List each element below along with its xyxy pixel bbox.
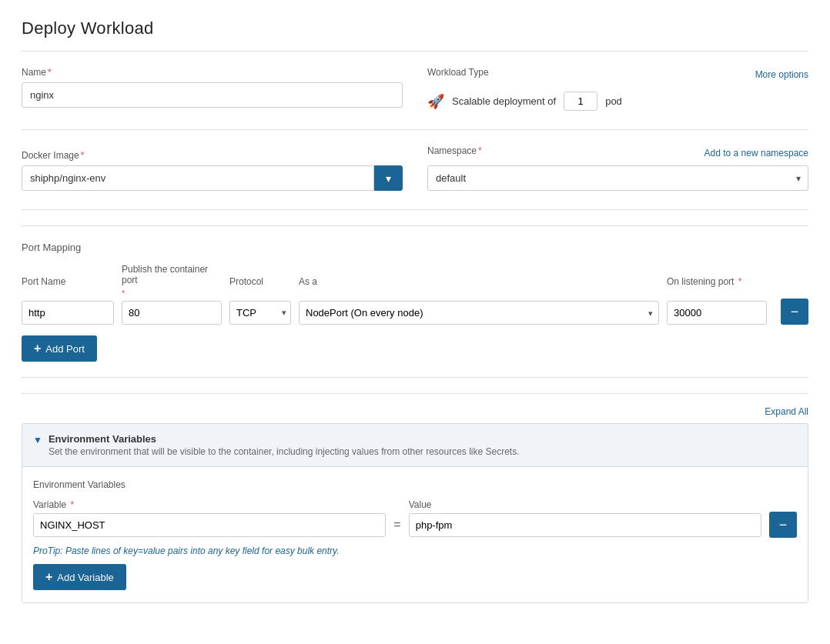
add-variable-button[interactable]: + Add Variable [33, 564, 126, 590]
publish-port-input[interactable] [122, 301, 222, 325]
env-var-row: Variable * = Value − [33, 498, 797, 538]
name-input[interactable] [22, 82, 403, 108]
workload-desc-prefix: Scalable deployment of [452, 95, 556, 107]
col-protocol-label: Protocol [229, 276, 291, 287]
namespace-label: Namespace* [427, 145, 482, 156]
plus-icon-var: + [45, 570, 52, 584]
add-namespace-link[interactable]: Add to a new namespace [704, 148, 808, 158]
chevron-down-icon: ▾ [386, 172, 391, 185]
workload-type-label: Workload Type [427, 67, 489, 78]
workload-desc-suffix: pod [605, 95, 622, 107]
name-required: * [48, 67, 52, 78]
plus-icon: + [34, 342, 41, 355]
more-options-link[interactable]: More options [755, 69, 808, 80]
port-name-input[interactable] [22, 301, 114, 325]
minus-icon-var: − [779, 518, 788, 532]
equals-sign: = [393, 518, 400, 532]
section-divider-1 [22, 129, 808, 130]
workload-icon: 🚀 [427, 93, 444, 110]
col-port-name-label: Port Name [22, 276, 114, 287]
namespace-select[interactable]: default [427, 165, 808, 191]
title-divider [22, 51, 808, 52]
env-accordion-body: Environment Variables Variable * = Value… [22, 466, 808, 602]
col-listening-label: On listening port * [667, 276, 767, 287]
page-title: Deploy Workload [22, 18, 808, 38]
protip-text: ProTip: Paste lines of key=value pairs i… [33, 546, 797, 556]
name-label: Name* [22, 67, 403, 78]
col-publish-label: Publish the container port [122, 264, 222, 285]
docker-image-label: Docker Image* [22, 150, 403, 161]
var-name-input[interactable] [33, 513, 386, 537]
section-divider-3 [22, 377, 808, 378]
section-divider-2 [22, 209, 808, 210]
protocol-select[interactable]: TCP UDP [229, 301, 291, 325]
pod-count-input[interactable] [564, 92, 597, 111]
docker-image-input[interactable] [22, 165, 374, 191]
value-col-label: Value [409, 499, 761, 510]
var-value-input[interactable] [409, 513, 761, 537]
port-mapping-title: Port Mapping [22, 242, 808, 253]
add-port-button[interactable]: + Add Port [22, 335, 97, 362]
expand-all-link[interactable]: Expand All [765, 406, 808, 417]
env-accordion-header[interactable]: ▼ Environment Variables Set the environm… [22, 424, 808, 466]
env-accordion: ▼ Environment Variables Set the environm… [22, 423, 808, 603]
env-body-label: Environment Variables [33, 479, 797, 490]
listening-port-input[interactable] [667, 301, 767, 325]
var-col-label: Variable * [33, 499, 386, 510]
env-accordion-title: Environment Variables [49, 433, 520, 445]
col-publish-required: * [122, 289, 222, 298]
docker-dropdown-button[interactable]: ▾ [374, 165, 403, 191]
col-asa-label: As a [299, 276, 659, 287]
asa-select[interactable]: NodePort (On every node) ClusterIP LoadB… [299, 301, 659, 325]
remove-port-button[interactable]: − [781, 299, 808, 325]
accordion-chevron-icon: ▼ [33, 435, 42, 445]
env-section: Expand All ▼ Environment Variables Set t… [22, 393, 808, 603]
port-mapping-section: Port Mapping Port Name Publish the conta… [22, 225, 808, 362]
env-accordion-desc: Set the environment that will be visible… [49, 446, 520, 457]
minus-icon: − [791, 305, 799, 319]
remove-var-button[interactable]: − [769, 512, 797, 538]
